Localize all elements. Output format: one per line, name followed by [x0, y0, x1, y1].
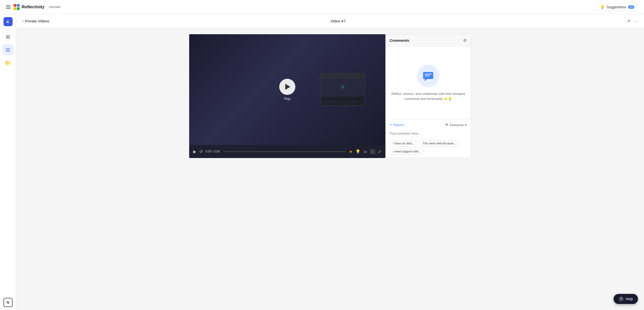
back-chevron-icon: ‹	[22, 19, 23, 23]
help-label: Help	[626, 297, 633, 301]
main-layout: K ⊞ ⊟ 📁 N ‹ Private Videos Video-47	[0, 14, 644, 310]
video-container: Play ▶ ↺ 0:00 / 0:08 ★ 💡	[189, 34, 385, 158]
logo-icon	[14, 4, 20, 10]
gear-icon: ⚙	[463, 38, 467, 43]
sidebar: K ⊞ ⊟ 📁 N	[0, 14, 16, 310]
comments-description: Reflect, assess, and collaborate with ti…	[391, 91, 466, 101]
speed-button[interactable]: 1x	[364, 150, 367, 153]
logo-divider	[47, 5, 47, 10]
fullscreen-icon: ⤢	[378, 149, 381, 154]
chip-idea[interactable]: I have an idea...	[390, 140, 418, 147]
suggestions-badge: 13	[628, 5, 634, 9]
layout-icon: ⬛	[370, 149, 375, 154]
progress-bar[interactable]	[223, 151, 346, 152]
chevron-down-icon: ▾	[465, 123, 467, 127]
topnav-right: 💡 Suggestions 13	[596, 3, 638, 11]
suggestions-button[interactable]: 💡 Suggestions 13	[596, 3, 638, 11]
play-triangle-icon	[285, 84, 290, 90]
back-label: Private Videos	[25, 19, 49, 23]
comments-settings-button[interactable]: ⚙	[463, 38, 467, 43]
play-pause-icon: ▶	[193, 149, 196, 154]
chip-went-well[interactable]: This went well because...	[419, 140, 459, 147]
svg-point-0	[341, 85, 344, 88]
plus-icon: +	[390, 123, 392, 127]
help-button[interactable]: ? Help	[614, 294, 638, 304]
sub-header-right: ↗ ⋯	[627, 18, 638, 24]
video-title: Video-47	[331, 19, 346, 23]
comments-title: Comments	[390, 38, 409, 43]
bookmark-star-button[interactable]: ★	[349, 149, 352, 154]
comments-header: Comments ⚙	[386, 34, 471, 47]
time-display: 0:00 / 0:08	[206, 150, 220, 153]
video-mini-screen	[320, 73, 365, 106]
svg-rect-3	[425, 74, 432, 74]
user-avatar[interactable]: K	[4, 17, 13, 26]
rubrics-label: Rubrics	[393, 123, 404, 127]
logo-text: Reflectivity	[22, 5, 45, 10]
comment-bubble-icon	[422, 70, 434, 82]
sidebar-item-dashboard[interactable]: ⊞	[3, 31, 14, 42]
content-area: ‹ Private Videos Video-47 ↗ ⋯	[16, 14, 644, 310]
svg-marker-5	[424, 79, 427, 81]
video-player: Play	[189, 34, 385, 145]
rewind-icon: ↺	[199, 149, 203, 154]
rewind-button[interactable]: ↺	[199, 149, 203, 154]
video-controls-bar: ▶ ↺ 0:00 / 0:08 ★ 💡 1x ⬛	[189, 145, 385, 158]
video-grid-icon: ⊟	[6, 47, 10, 53]
topnav-left: Reflectivity member	[6, 4, 61, 10]
prompt-chips: I have an idea... This went well because…	[390, 140, 467, 155]
comment-input-area: + Rubrics 👁 Everyone ▾ I have an idea...…	[386, 119, 471, 158]
logo-wrapper: Reflectivity member	[14, 4, 61, 10]
top-navigation: Reflectivity member 💡 Suggestions 13	[0, 0, 644, 14]
hamburger-menu[interactable]	[6, 5, 11, 9]
audience-label: Everyone	[450, 123, 464, 127]
play-button[interactable]	[279, 79, 295, 95]
sidebar-item-video-grid[interactable]: ⊟	[3, 44, 14, 55]
idea-bulb-button[interactable]: 💡	[355, 149, 360, 154]
mini-screen-icon	[339, 84, 346, 91]
audience-selector[interactable]: 👁 Everyone ▾	[445, 123, 467, 127]
help-circle-icon: ?	[619, 296, 624, 301]
dashboard-icon: ⊞	[6, 34, 10, 40]
comments-panel: Comments ⚙ Reflect, assess, an	[385, 34, 471, 158]
bulb-icon: 💡	[600, 5, 605, 9]
logo-role: member	[49, 5, 61, 9]
video-section: Play ▶ ↺ 0:00 / 0:08 ★ 💡	[16, 28, 644, 310]
more-icon: ⋯	[633, 18, 638, 24]
play-label: Play	[284, 97, 290, 101]
sidebar-item-folder[interactable]: 📁	[3, 57, 14, 68]
eye-icon: 👁	[445, 123, 449, 127]
comments-illustration	[417, 65, 439, 87]
folder-icon: 📁	[5, 60, 11, 66]
layout-button[interactable]: ⬛	[370, 149, 375, 154]
sub-header-left: ‹ Private Videos	[22, 19, 49, 23]
svg-rect-1	[340, 89, 345, 90]
more-options-button[interactable]: ⋯	[633, 18, 638, 24]
fullscreen-button[interactable]: ⤢	[378, 149, 381, 154]
play-overlay: Play	[279, 79, 295, 101]
svg-rect-4	[425, 75, 430, 76]
share-button[interactable]: ↗	[627, 18, 630, 24]
suggestions-label: Suggestions	[607, 5, 626, 9]
rubrics-button[interactable]: + Rubrics	[390, 123, 404, 127]
rubrics-row: + Rubrics 👁 Everyone ▾	[390, 123, 467, 127]
play-pause-button[interactable]: ▶	[193, 149, 196, 154]
chip-support[interactable]: I need support with...	[390, 148, 424, 155]
sub-header: ‹ Private Videos Video-47 ↗ ⋯	[16, 14, 644, 28]
comments-body: Reflect, assess, and collaborate with ti…	[386, 47, 471, 119]
comment-input[interactable]	[390, 130, 467, 138]
sidebar-bottom: N	[4, 298, 13, 307]
back-button[interactable]: ‹ Private Videos	[22, 19, 49, 23]
notion-icon[interactable]: N	[4, 298, 13, 307]
share-icon: ↗	[627, 18, 630, 24]
